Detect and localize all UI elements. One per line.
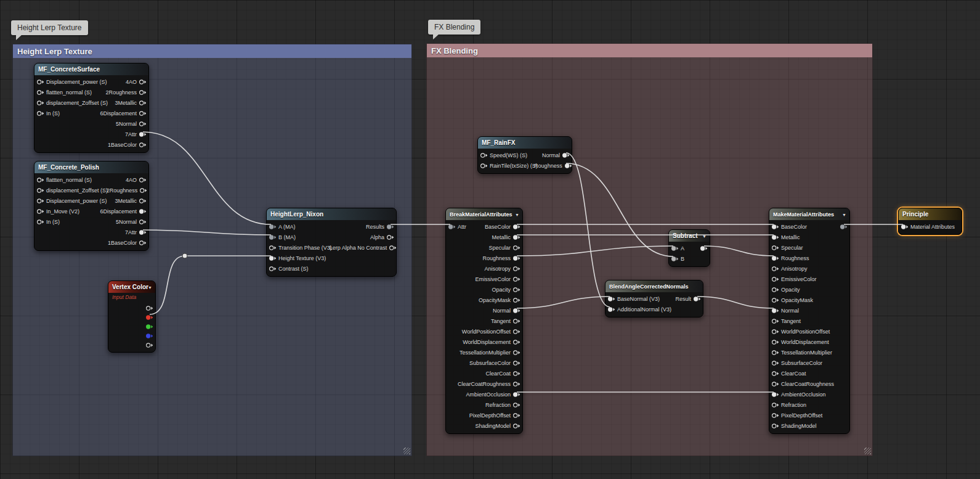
comment-header[interactable]: FX Blending — [427, 44, 872, 57]
output-pin-icon[interactable] — [512, 276, 520, 282]
input-pin-icon[interactable] — [901, 224, 909, 230]
output-pin-icon[interactable] — [145, 333, 153, 339]
input-pin-icon[interactable] — [269, 224, 277, 230]
input-pin-icon[interactable] — [771, 297, 779, 303]
output-pin-icon[interactable] — [512, 339, 520, 345]
input-pin-icon[interactable] — [269, 234, 277, 240]
node-subtract[interactable]: Subtract AB — [668, 229, 710, 267]
node-header[interactable]: MF_Concrete_Polish — [34, 162, 148, 173]
node-header[interactable]: Subtract — [669, 230, 710, 242]
input-pin-icon[interactable] — [607, 306, 615, 313]
input-pin-icon[interactable] — [771, 371, 779, 377]
output-pin-icon[interactable] — [840, 224, 848, 230]
node-heightlerp-nixon[interactable]: HeightLerp_Nixon A (MA)ResultsB (MA)Alph… — [266, 208, 397, 277]
input-pin-icon[interactable] — [771, 318, 779, 324]
graph-canvas[interactable]: Height Lerp Texture FX Blending Height L… — [0, 0, 980, 479]
node-mf-rainfx[interactable]: MF_RainFX Speed(WS) (S)NormalRainTile(tx… — [477, 136, 572, 174]
input-pin-icon[interactable] — [671, 256, 679, 262]
output-pin-icon[interactable] — [139, 131, 147, 137]
output-pin-icon[interactable] — [139, 100, 147, 106]
input-pin-icon[interactable] — [771, 423, 779, 429]
output-pin-icon[interactable] — [512, 412, 520, 419]
input-pin-icon[interactable] — [771, 381, 779, 387]
output-pin-icon[interactable] — [139, 121, 147, 127]
input-pin-icon[interactable] — [36, 219, 44, 225]
output-pin-icon[interactable] — [139, 89, 147, 96]
node-header[interactable]: Vertex Color — [108, 281, 155, 293]
output-pin-icon[interactable] — [512, 381, 520, 387]
input-pin-icon[interactable] — [36, 79, 44, 85]
reroute-node[interactable] — [182, 253, 187, 258]
output-pin-icon[interactable] — [562, 152, 570, 158]
output-pin-icon[interactable] — [139, 187, 147, 194]
output-pin-icon[interactable] — [139, 79, 147, 85]
input-pin-icon[interactable] — [771, 308, 779, 314]
output-pin-icon[interactable] — [512, 350, 520, 356]
comment-header[interactable]: Height Lerp Texture — [13, 44, 411, 58]
node-makematerialattributes[interactable]: MakeMaterialAttributes BaseColorMetallic… — [769, 208, 850, 434]
output-pin-icon[interactable] — [512, 402, 520, 408]
input-pin-icon[interactable] — [36, 110, 44, 117]
output-pin-icon[interactable] — [139, 229, 147, 235]
output-pin-icon[interactable] — [139, 177, 147, 183]
output-pin-icon[interactable] — [512, 318, 520, 324]
output-pin-icon[interactable] — [512, 245, 520, 251]
input-pin-icon[interactable] — [36, 198, 44, 204]
output-pin-icon[interactable] — [139, 198, 147, 204]
input-pin-icon[interactable] — [36, 89, 44, 96]
output-pin-icon[interactable] — [512, 297, 520, 303]
input-pin-icon[interactable] — [269, 245, 277, 251]
input-pin-icon[interactable] — [671, 245, 679, 252]
output-pin-icon[interactable] — [512, 391, 520, 398]
output-pin-icon[interactable] — [386, 224, 394, 230]
output-pin-icon[interactable] — [139, 142, 147, 148]
input-pin-icon[interactable] — [771, 234, 779, 240]
input-pin-icon[interactable] — [771, 412, 779, 419]
input-pin-icon[interactable] — [771, 276, 779, 282]
input-pin-icon[interactable] — [607, 296, 615, 302]
output-pin-icon[interactable] — [512, 224, 520, 230]
output-pin-icon[interactable] — [512, 308, 520, 314]
output-pin-icon[interactable] — [145, 324, 153, 330]
node-header[interactable]: Principle — [899, 208, 962, 220]
input-pin-icon[interactable] — [771, 245, 779, 251]
output-pin-icon[interactable] — [139, 110, 147, 117]
output-pin-icon[interactable] — [512, 266, 520, 272]
output-pin-icon[interactable] — [386, 234, 394, 240]
input-pin-icon[interactable] — [771, 391, 779, 398]
node-header[interactable]: BlendAngleCorrectedNormals — [605, 280, 703, 292]
output-pin-icon[interactable] — [693, 296, 701, 302]
input-pin-icon[interactable] — [480, 163, 488, 169]
input-pin-icon[interactable] — [269, 266, 277, 272]
input-pin-icon[interactable] — [269, 255, 277, 261]
input-pin-icon[interactable] — [771, 266, 779, 272]
input-pin-icon[interactable] — [771, 350, 779, 356]
input-pin-icon[interactable] — [448, 224, 456, 230]
node-header[interactable]: BreakMaterialAttributes — [446, 208, 522, 220]
input-pin-icon[interactable] — [771, 339, 779, 345]
node-mf-concrete-polish[interactable]: MF_Concrete_Polish flattten_normal (S)4A… — [34, 161, 149, 251]
node-header[interactable]: MF_ConcreteSurface — [34, 63, 148, 75]
output-pin-icon[interactable] — [145, 314, 153, 321]
output-pin-icon[interactable] — [145, 305, 153, 311]
node-breakmaterialattributes[interactable]: BreakMaterialAttributes AttrBaseColorMet… — [445, 208, 523, 434]
input-pin-icon[interactable] — [771, 224, 779, 230]
output-pin-icon[interactable] — [139, 219, 147, 225]
node-header[interactable]: MF_RainFX — [478, 137, 572, 149]
output-pin-icon[interactable] — [512, 287, 520, 293]
node-header[interactable]: HeightLerp_Nixon — [267, 208, 396, 220]
output-pin-icon[interactable] — [512, 234, 520, 240]
node-mf-concretesurface[interactable]: MF_ConcreteSurface Displacement_power (S… — [34, 63, 149, 153]
input-pin-icon[interactable] — [36, 100, 44, 106]
node-vertex-color[interactable]: Vertex Color Input Data — [108, 280, 156, 353]
input-pin-icon[interactable] — [771, 255, 779, 261]
output-pin-icon[interactable] — [512, 360, 520, 366]
output-pin-icon[interactable] — [512, 423, 520, 429]
input-pin-icon[interactable] — [771, 287, 779, 293]
node-blendanglecorrectednormals[interactable]: BlendAngleCorrectedNormals BaseNormal (V… — [605, 280, 703, 317]
output-pin-icon[interactable] — [512, 255, 520, 261]
output-pin-icon[interactable] — [512, 371, 520, 377]
output-pin-icon[interactable] — [512, 329, 520, 335]
input-pin-icon[interactable] — [771, 402, 779, 408]
output-pin-icon[interactable] — [139, 208, 147, 215]
